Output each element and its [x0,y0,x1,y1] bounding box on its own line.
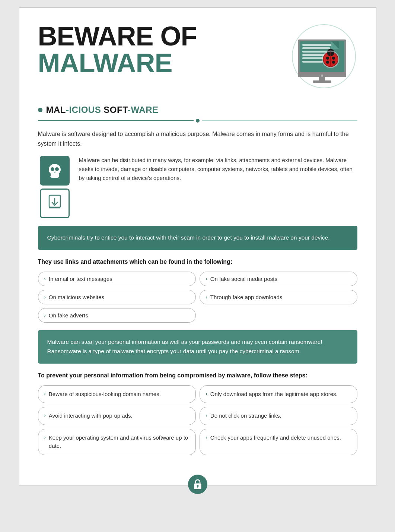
list-item: › Check your apps frequently and delete … [200,429,357,455]
list-item: › Do not click on strange links. [200,407,357,425]
subtitle-icious: -ICIOUS [66,105,103,115]
chevron-icon: › [206,294,207,300]
link-item-3: On malicious websites [49,294,104,300]
subtitle-dot [38,108,42,112]
links-heading: They use links and attachments which can… [38,257,357,266]
svg-rect-3 [302,44,334,46]
title-malware: MALWARE [38,50,197,76]
links-grid: › In email or text messages › On fake so… [38,272,357,323]
download-icon-box [40,189,70,218]
svg-rect-8 [302,61,323,63]
lock-icon-container [188,475,207,494]
prevent-item-6: Check your apps frequently and delete un… [210,434,341,442]
page: BEWARE OF MALWARE [19,7,376,485]
link-item-2: On fake social media posts [210,276,277,282]
lock-icon [193,479,203,490]
chevron-icon: › [206,412,207,419]
svg-point-14 [326,57,329,60]
prevent-item-5: Keep your operating system and antivirus… [49,434,189,450]
malware-detail-text-area: Malware can be distributed in many ways,… [79,156,357,218]
chevron-icon: › [44,294,46,300]
prevent-grid: › Beware of suspicious-looking domain na… [38,385,357,455]
list-item: › Only download apps from the legitimate… [200,385,357,403]
list-item: › Beware of suspicious-looking domain na… [38,385,196,403]
svg-point-15 [332,57,335,60]
chevron-icon: › [44,412,46,419]
prevent-item-1: Beware of suspicious-looking domain name… [49,390,161,399]
list-item: › On fake social media posts [200,272,357,286]
ransomware-box: Malware can steal your personal informat… [38,330,357,364]
chevron-icon: › [206,276,207,282]
svg-point-24 [49,164,61,175]
svg-point-23 [321,75,323,77]
cybercriminals-box: Cybercriminals try to entice you to inte… [38,226,357,250]
prevent-item-4: Do not click on strange links. [210,412,281,420]
subtitle-ware: -WARE [128,105,159,115]
list-item: › On fake adverts [38,308,196,323]
subtitle: MAL-ICIOUS SOFT-WARE [46,105,159,115]
link-item-5: On fake adverts [49,312,88,319]
prevent-item-2: Only download apps from the legitimate a… [210,390,338,399]
svg-rect-4 [302,47,330,49]
svg-point-29 [51,167,54,171]
prevent-item-3: Avoid interacting with pop-up ads. [49,412,133,420]
svg-point-16 [326,61,329,64]
svg-rect-38 [197,486,198,487]
description: Malware is software designed to accompli… [38,129,357,148]
svg-point-30 [55,167,59,171]
subtitle-soft: SOFT [103,105,128,115]
divider-dot [196,119,200,123]
malware-illustration [275,19,357,101]
prevent-heading: To prevent your personal information fro… [38,371,357,380]
icon-box [38,156,71,218]
divider [38,119,357,123]
subtitle-line: MAL-ICIOUS SOFT-WARE [38,105,357,115]
list-item: › Avoid interacting with pop-up ads. [38,407,196,425]
title-block: BEWARE OF MALWARE [38,23,197,76]
list-item: › Keep your operating system and antivir… [38,429,196,455]
malware-detail-section: Malware can be distributed in many ways,… [38,156,357,218]
subtitle-mal: MAL [46,105,66,115]
divider-right [202,120,357,121]
chevron-icon: › [206,434,207,441]
title-beware: BEWARE OF [38,23,197,50]
skull-svg-icon [45,161,64,180]
cybercriminals-text: Cybercriminals try to entice you to inte… [47,234,330,241]
list-item: › In email or text messages [38,272,196,286]
chevron-icon: › [44,390,46,398]
link-item-1: In email or text messages [49,276,112,282]
ransomware-text: Malware can steal your personal informat… [47,339,322,354]
svg-rect-21 [313,80,331,83]
svg-rect-6 [302,54,325,56]
chevron-icon: › [44,276,46,282]
download-svg-icon [44,192,66,215]
divider-left [38,120,194,121]
list-item: › Through fake app downloads [200,290,357,304]
malware-detail: Malware can be distributed in many ways,… [79,156,357,183]
svg-point-17 [332,61,335,64]
chevron-icon: › [44,434,46,441]
link-item-4: Through fake app downloads [210,294,282,300]
skull-icon-box [40,156,70,186]
header: BEWARE OF MALWARE [38,23,357,101]
chevron-icon: › [44,313,46,318]
list-item: › On malicious websites [38,290,196,304]
chevron-icon: › [206,390,207,398]
